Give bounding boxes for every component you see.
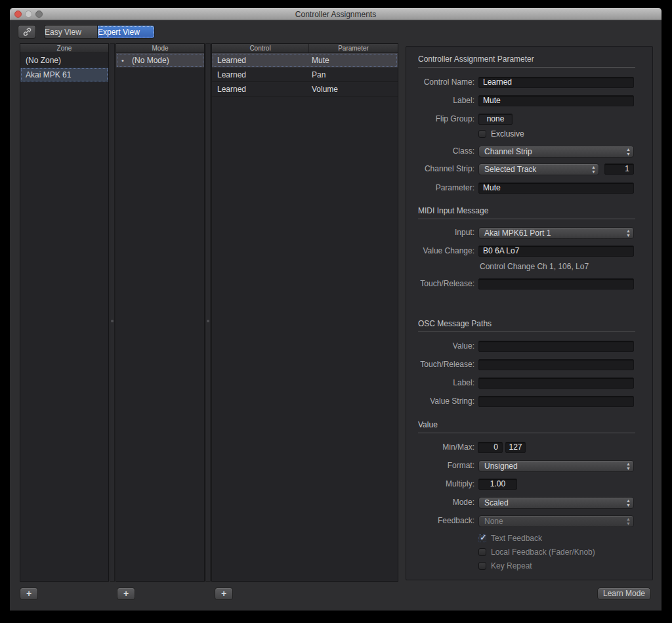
assignments-table: Control Parameter Learned Mute Learned P…: [211, 43, 398, 582]
class-dropdown[interactable]: Channel Strip ▲▼: [478, 146, 634, 158]
osc-label-label: Label:: [406, 377, 474, 389]
divider-grip-icon: [111, 320, 114, 322]
value-change-description: Control Change Ch 1, 106, Lo7: [480, 262, 589, 271]
max-field[interactable]: 127: [505, 442, 526, 453]
local-feedback-checkbox[interactable]: [478, 548, 486, 556]
value-change-label: Value Change:: [406, 246, 474, 257]
mode-label: Mode:: [406, 497, 474, 508]
link-button[interactable]: [18, 25, 36, 39]
feedback-dropdown[interactable]: None ▲▼: [478, 515, 634, 527]
table-row[interactable]: Learned Pan: [212, 68, 398, 82]
stepper-arrows-icon: ▲▼: [626, 517, 631, 526]
titlebar[interactable]: Controller Assignments: [10, 8, 662, 20]
channel-strip-dropdown[interactable]: Selected Track ▲▼: [478, 163, 599, 175]
mode-row-no-mode[interactable]: •(No Mode): [116, 53, 204, 68]
add-assignment-button[interactable]: +: [215, 588, 233, 600]
section-title-osc-message-paths: OSC Message Paths: [418, 319, 635, 332]
text-feedback-checkrow: ✓ Text Feedback: [478, 534, 542, 542]
key-repeat-checkbox[interactable]: [478, 562, 486, 570]
control-column-header[interactable]: Control: [212, 44, 309, 53]
mode-list: Mode •(No Mode): [116, 43, 205, 582]
parameter-column-header[interactable]: Parameter: [309, 44, 398, 53]
input-dropdown[interactable]: Akai MPK61 Port 1 ▲▼: [478, 227, 634, 239]
window-title: Controller Assignments: [10, 10, 662, 19]
table-row[interactable]: Learned Volume: [212, 82, 398, 97]
stepper-arrows-icon: ▲▼: [591, 165, 596, 174]
parameter-field[interactable]: Mute: [478, 183, 634, 194]
mode-dropdown[interactable]: Scaled ▲▼: [478, 497, 634, 509]
learn-mode-button[interactable]: Learn Mode: [597, 588, 651, 600]
chain-link-icon: [22, 27, 32, 37]
local-feedback-label: Local Feedback (Fader/Knob): [491, 548, 595, 557]
zone-mode-divider[interactable]: [110, 43, 115, 582]
zone-row-no-zone[interactable]: (No Zone): [20, 53, 108, 68]
flip-group-label: Flip Group:: [406, 114, 474, 125]
local-feedback-checkrow: Local Feedback (Fader/Knob): [478, 548, 595, 556]
table-row[interactable]: Learned Mute: [212, 53, 398, 68]
exclusive-checkrow: Exclusive: [478, 129, 524, 138]
touch-release-midi-label: Touch/Release:: [406, 278, 474, 290]
view-segmented-control: Easy View Expert View: [44, 25, 155, 39]
controller-assignments-window: Controller Assignments Easy View Expert …: [10, 8, 662, 611]
min-max-label: Min/Max:: [406, 442, 474, 453]
stepper-arrows-icon: ▲▼: [626, 228, 631, 238]
key-repeat-checkrow: Key Repeat: [478, 561, 532, 570]
osc-value-string-field[interactable]: [478, 396, 634, 407]
label-field[interactable]: Mute: [478, 95, 634, 106]
format-label: Format:: [406, 460, 474, 471]
class-label: Class:: [406, 146, 474, 157]
checkmark-icon: ✓: [480, 532, 487, 542]
control-name-field[interactable]: Learned: [478, 77, 634, 88]
add-mode-button[interactable]: +: [117, 588, 135, 600]
assignments-table-header: Control Parameter: [212, 44, 398, 53]
exclusive-checkbox[interactable]: [478, 130, 486, 138]
input-label: Input:: [406, 227, 474, 238]
osc-touch-release-field[interactable]: [478, 359, 634, 370]
text-feedback-checkbox[interactable]: ✓: [478, 534, 486, 542]
parameter-label: Parameter:: [406, 183, 474, 194]
mode-row-label: (No Mode): [132, 56, 169, 65]
inspector-panel: Controller Assignment Parameter Control …: [406, 46, 653, 580]
zone-row-akai-mpk-61[interactable]: Akai MPK 61: [20, 68, 108, 82]
osc-touch-release-label: Touch/Release:: [406, 359, 474, 370]
text-feedback-label: Text Feedback: [491, 534, 542, 543]
stepper-arrows-icon: ▲▼: [626, 462, 631, 471]
osc-value-field[interactable]: [478, 341, 634, 352]
exclusive-label: Exclusive: [491, 129, 524, 139]
expert-view-button[interactable]: Expert View: [97, 25, 155, 39]
osc-value-label: Value:: [406, 341, 474, 352]
control-name-label: Control Name:: [406, 77, 474, 88]
key-repeat-label: Key Repeat: [491, 561, 532, 570]
section-title-controller-assignment-parameter: Controller Assignment Parameter: [418, 54, 635, 68]
multiply-field[interactable]: 1.00: [478, 479, 517, 490]
zone-list: Zone (No Zone) Akai MPK 61: [20, 43, 109, 582]
osc-label-field[interactable]: [478, 377, 634, 389]
feedback-label: Feedback:: [406, 515, 474, 526]
value-change-field[interactable]: B0 6A Lo7: [478, 246, 634, 257]
mode-header[interactable]: Mode: [116, 44, 204, 53]
section-title-midi-input-message: MIDI Input Message: [418, 206, 635, 219]
divider-grip-icon: [207, 320, 209, 322]
zone-header[interactable]: Zone: [20, 44, 108, 53]
format-dropdown[interactable]: Unsigned ▲▼: [478, 460, 634, 472]
osc-value-string-label: Value String:: [406, 396, 474, 407]
section-title-value: Value: [418, 420, 635, 433]
min-field[interactable]: 0: [478, 442, 503, 453]
mode-table-divider[interactable]: [205, 43, 211, 582]
touch-release-midi-field[interactable]: [478, 278, 634, 290]
stepper-arrows-icon: ▲▼: [626, 147, 631, 156]
channel-strip-number-field[interactable]: 1: [604, 163, 634, 175]
active-mode-bullet-icon: •: [121, 53, 132, 68]
multiply-label: Multiply:: [406, 479, 474, 490]
flip-group-field[interactable]: none: [478, 114, 513, 125]
easy-view-button[interactable]: Easy View: [44, 25, 97, 39]
channel-strip-label: Channel Strip:: [406, 163, 474, 175]
add-zone-button[interactable]: +: [20, 588, 38, 600]
label-label: Label:: [406, 95, 474, 106]
stepper-arrows-icon: ▲▼: [626, 498, 631, 507]
